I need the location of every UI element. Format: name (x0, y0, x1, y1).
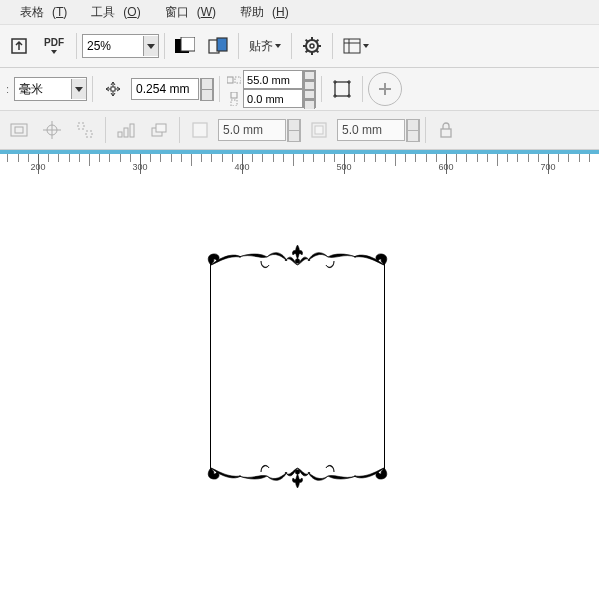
top-ornament (205, 239, 390, 281)
lock-icon (431, 115, 461, 145)
align-center-icon (37, 115, 67, 145)
horizontal-ruler[interactable]: 200300400500600700 (0, 150, 599, 177)
duplicate-distance (225, 70, 316, 108)
svg-rect-4 (217, 38, 227, 51)
svg-rect-49 (441, 129, 451, 137)
add-button[interactable] (368, 72, 402, 106)
ruler-label: 400 (234, 162, 249, 172)
separator (219, 76, 220, 102)
options-gear-icon[interactable] (297, 31, 327, 61)
separator (238, 33, 239, 59)
ruler-label: 300 (132, 162, 147, 172)
offset-y-input[interactable] (337, 119, 405, 141)
nudge-input[interactable] (131, 78, 199, 100)
separator (164, 33, 165, 59)
separator (179, 117, 180, 143)
zoom-dropdown-icon[interactable] (143, 36, 158, 56)
svg-line-14 (316, 40, 318, 42)
svg-rect-46 (193, 123, 207, 137)
nudge-spinner[interactable] (200, 78, 214, 101)
separator (362, 76, 363, 102)
nudge-icon (98, 74, 128, 104)
offset-x-field[interactable] (218, 119, 301, 142)
snap-label: 贴齐 (249, 38, 273, 55)
separator (332, 33, 333, 59)
order-icon (144, 115, 174, 145)
units-combo[interactable] (14, 77, 87, 101)
align-icon (70, 115, 100, 145)
pdf-export-button[interactable]: PDF (37, 31, 71, 61)
dup-y-input[interactable] (243, 89, 303, 108)
svg-rect-41 (118, 132, 122, 137)
dup-x-spinner[interactable] (303, 70, 316, 89)
separator (291, 33, 292, 59)
menu-table[interactable]: 表格(T) (4, 4, 75, 21)
svg-rect-34 (11, 124, 27, 136)
svg-rect-39 (78, 123, 84, 129)
separator (92, 76, 93, 102)
dup-x-input[interactable] (243, 70, 303, 89)
svg-rect-35 (15, 127, 23, 133)
layout-icon[interactable] (338, 31, 374, 61)
svg-rect-18 (111, 87, 115, 91)
separator (321, 76, 322, 102)
ruler-label: 700 (540, 162, 555, 172)
ruler-label: 500 (336, 162, 351, 172)
property-bar: : (0, 68, 599, 111)
svg-rect-23 (335, 82, 349, 96)
fill-swatch-icon[interactable] (170, 31, 200, 61)
units-label-icon: : (4, 83, 11, 95)
units-dropdown-icon[interactable] (71, 79, 86, 99)
outline-behind-icon (185, 115, 215, 145)
svg-rect-45 (156, 124, 166, 132)
menu-bar: 表格(T) 工具(O) 窗口(W) 帮助(H) (0, 0, 599, 25)
dup-x-icon (225, 71, 243, 89)
menu-tools[interactable]: 工具(O) (75, 4, 148, 21)
offset-y-field[interactable] (337, 119, 420, 142)
svg-rect-2 (181, 37, 195, 51)
svg-point-50 (295, 259, 299, 263)
distribute-icon (111, 115, 141, 145)
offset-x-spinner[interactable] (287, 119, 301, 142)
svg-rect-48 (315, 126, 323, 134)
zoom-combo[interactable] (82, 34, 159, 58)
svg-rect-40 (86, 131, 92, 137)
menu-help[interactable]: 帮助(H) (224, 4, 297, 21)
outline-front-icon (304, 115, 334, 145)
svg-rect-20 (235, 77, 241, 83)
svg-line-11 (306, 40, 308, 42)
arrange-toolbar (0, 111, 599, 150)
svg-rect-22 (231, 100, 237, 106)
export-icon[interactable] (4, 31, 34, 61)
ruler-label: 200 (30, 162, 45, 172)
svg-rect-19 (227, 77, 233, 83)
svg-rect-21 (231, 92, 237, 98)
svg-rect-43 (130, 124, 134, 137)
svg-rect-42 (124, 128, 128, 137)
frame-icon[interactable] (327, 74, 357, 104)
separator (76, 33, 77, 59)
rect-tool-icon (4, 115, 34, 145)
svg-point-6 (310, 44, 314, 48)
svg-rect-15 (344, 39, 360, 53)
dup-y-spinner[interactable] (303, 89, 316, 108)
menu-window[interactable]: 窗口(W) (149, 4, 224, 21)
bottom-ornament (205, 452, 390, 494)
ruler-label: 600 (438, 162, 453, 172)
main-toolbar: PDF 贴齐 (0, 25, 599, 68)
zoom-input[interactable] (83, 36, 143, 56)
offset-y-spinner[interactable] (406, 119, 420, 142)
snap-button[interactable]: 贴齐 (244, 31, 286, 61)
svg-point-51 (295, 470, 299, 474)
drawing-canvas[interactable] (0, 174, 599, 592)
units-input[interactable] (15, 79, 71, 99)
svg-line-13 (306, 50, 308, 52)
offset-x-input[interactable] (218, 119, 286, 141)
nudge-field[interactable] (131, 78, 214, 101)
svg-line-12 (316, 50, 318, 52)
separator (105, 117, 106, 143)
ornamental-frame-artwork[interactable] (205, 239, 390, 494)
separator (425, 117, 426, 143)
devices-icon[interactable] (203, 31, 233, 61)
dup-y-icon (225, 90, 243, 108)
